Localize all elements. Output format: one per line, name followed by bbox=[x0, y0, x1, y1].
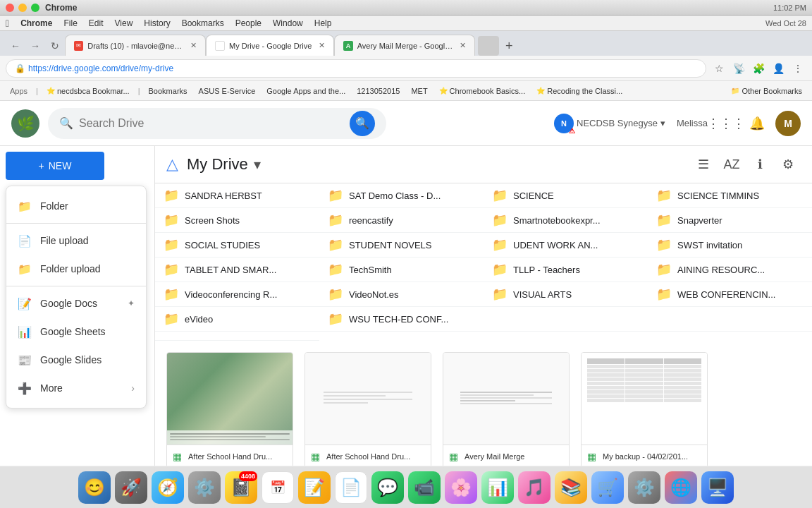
new-tab-button[interactable]: + bbox=[499, 36, 519, 56]
folder-item[interactable]: 📁 SCIENCE bbox=[484, 183, 648, 208]
apps-label[interactable]: Apps bbox=[6, 85, 32, 97]
folder-item[interactable]: 📁 TechSmith bbox=[319, 258, 484, 282]
new-button[interactable]: + NEW bbox=[6, 152, 104, 180]
dock-ibooks[interactable]: 📚 bbox=[555, 471, 587, 504]
sort-button[interactable]: AZ bbox=[719, 152, 744, 177]
menu-apple[interactable]:  bbox=[6, 18, 9, 29]
dock-grid[interactable]: ⚙️ bbox=[188, 471, 221, 504]
dropdown-folder[interactable]: 📁 Folder bbox=[6, 192, 146, 220]
dock-textedit[interactable]: 📄 bbox=[335, 471, 367, 504]
tab-gmail[interactable]: ✉ Drafts (10) - mlavoie@neco... ✕ bbox=[65, 35, 206, 56]
bookmark-id[interactable]: 1213052015 bbox=[352, 85, 404, 97]
settings-icon[interactable]: ⋮ bbox=[789, 60, 806, 77]
folder-item[interactable]: 📁 VideoNot.es bbox=[319, 282, 484, 307]
folder-item[interactable]: 📁 Screen Shots bbox=[155, 208, 319, 233]
menu-history[interactable]: History bbox=[144, 18, 170, 28]
org-selector[interactable]: N NECDSB Synegyse ▾ bbox=[554, 114, 665, 133]
folder-item[interactable]: 📁 VISUAL ARTS bbox=[484, 282, 648, 307]
bookmark-necdsbca[interactable]: ⭐ necdsbca Bookmar... bbox=[42, 85, 134, 97]
folder-item[interactable]: 📁 UDENT WORK AN... bbox=[484, 233, 648, 258]
folder-item[interactable]: 📁 Videoconferencing R... bbox=[155, 282, 319, 307]
menu-people[interactable]: People bbox=[235, 18, 262, 28]
maximize-window-button[interactable] bbox=[31, 4, 39, 12]
bookmark-other[interactable]: 📁 Other Bookmarks bbox=[727, 85, 806, 97]
menu-file[interactable]: File bbox=[63, 18, 77, 28]
tab-drive[interactable]: ▲ My Drive - Google Drive ✕ bbox=[206, 35, 334, 56]
dock-appstore[interactable]: 🛒 bbox=[591, 471, 624, 504]
dropdown-folder-upload[interactable]: 📁 Folder upload bbox=[6, 255, 146, 283]
dropdown-file-upload[interactable]: 📄 File upload bbox=[6, 226, 146, 255]
list-view-button[interactable]: ☰ bbox=[691, 152, 716, 177]
dock-messages[interactable]: 💬 bbox=[371, 471, 404, 504]
folder-item[interactable]: 📁 TLLP - Teachers bbox=[484, 258, 648, 282]
bookmark-met[interactable]: MET bbox=[407, 85, 431, 97]
dock-chrome[interactable]: 🌐 bbox=[665, 471, 697, 504]
dock-itunes[interactable]: 🎵 bbox=[518, 471, 550, 504]
folder-item[interactable]: 📁 Snapverter bbox=[648, 208, 812, 233]
folder-item[interactable]: 📁 SANDRA HERBST bbox=[155, 183, 319, 208]
bookmark-recoding[interactable]: ⭐ Recoding the Classi... bbox=[532, 85, 627, 97]
menu-chrome[interactable]: Chrome bbox=[20, 18, 52, 28]
dock-numbers[interactable]: 📊 bbox=[481, 471, 514, 504]
folder-item[interactable]: 📁 SWST invitation bbox=[648, 233, 812, 258]
dock-finder[interactable]: 😊 bbox=[78, 471, 111, 504]
bookmark-asus[interactable]: ASUS E-Service bbox=[195, 85, 260, 97]
search-input[interactable] bbox=[79, 117, 344, 130]
star-icon[interactable]: ☆ bbox=[710, 60, 727, 77]
tab-avery-close[interactable]: ✕ bbox=[460, 41, 466, 50]
bookmark-gapps[interactable]: Google Apps and the... bbox=[262, 85, 350, 97]
folder-item[interactable]: 📁 STUDENT NOVELS bbox=[319, 233, 484, 258]
apps-grid-button[interactable]: ⋮⋮⋮ bbox=[713, 111, 739, 136]
reload-button[interactable]: ↻ bbox=[45, 36, 65, 56]
dropdown-google-sheets[interactable]: 📊 Google Sheets bbox=[6, 318, 146, 346]
tab-avery[interactable]: A Avery Mail Merge - Google ... ✕ bbox=[334, 35, 475, 56]
dock-photos[interactable]: 🌸 bbox=[445, 471, 477, 504]
minimize-window-button[interactable] bbox=[18, 4, 27, 12]
doc-item-1[interactable]: ▦ After School Hand Dru... bbox=[304, 352, 431, 468]
menu-window[interactable]: Window bbox=[273, 18, 303, 28]
address-bar[interactable]: 🔒 https://drive.google.com/drive/my-driv… bbox=[6, 59, 706, 78]
forward-button[interactable]: → bbox=[25, 36, 45, 56]
folder-item[interactable]: 📁 TABLET AND SMAR... bbox=[155, 258, 319, 282]
folder-item[interactable]: 📁 WSU TECH-ED CONF... bbox=[319, 307, 484, 332]
search-button[interactable]: 🔍 bbox=[350, 111, 375, 136]
folder-item[interactable]: 📁 AINING RESOURC... bbox=[648, 258, 812, 282]
drive-title-chevron[interactable]: ▾ bbox=[254, 156, 261, 173]
doc-item-3[interactable]: ▦ My backup - 04/02/201... bbox=[581, 352, 708, 468]
folder-item[interactable]: 📁 SOCIAL STUDIES bbox=[155, 233, 319, 258]
user-avatar[interactable]: M bbox=[775, 111, 801, 136]
folder-item[interactable]: 📁 SAT Demo Class - D... bbox=[319, 183, 484, 208]
bookmark-bookmarks[interactable]: Bookmarks bbox=[144, 85, 192, 97]
dock-notes[interactable]: 📓 4408 bbox=[225, 471, 257, 504]
menu-bookmarks[interactable]: Bookmarks bbox=[182, 18, 224, 28]
dock-mission[interactable]: 🖥️ bbox=[701, 471, 734, 504]
folder-item[interactable]: 📁 WEB CONFERENCIN... bbox=[648, 282, 812, 307]
back-button[interactable]: ← bbox=[6, 36, 25, 56]
notifications-button[interactable]: 🔔 bbox=[744, 111, 770, 136]
menu-view[interactable]: View bbox=[115, 18, 133, 28]
folder-item[interactable]: 📁 SCIENCE TIMMINS bbox=[648, 183, 812, 208]
doc-item-2[interactable]: ▦ Avery Mail Merge bbox=[443, 352, 570, 468]
extensions-icon[interactable]: 🧩 bbox=[750, 60, 767, 77]
folder-item[interactable]: 📁 reencastify bbox=[319, 208, 484, 233]
dock-facetime[interactable]: 📹 bbox=[408, 471, 441, 504]
dock-calendar[interactable]: 📅 bbox=[262, 471, 294, 504]
doc-item-0[interactable]: ▦ After School Hand Dru... bbox=[166, 352, 293, 468]
tab-gmail-close[interactable]: ✕ bbox=[190, 41, 197, 50]
dropdown-google-slides[interactable]: 📰 Google Slides bbox=[6, 346, 146, 374]
dock-launchpad[interactable]: 🚀 bbox=[115, 471, 147, 504]
dock-stickies[interactable]: 📝 bbox=[298, 471, 331, 504]
search-bar[interactable]: 🔍 🔍 bbox=[48, 108, 386, 139]
dock-safari[interactable]: 🧭 bbox=[152, 471, 184, 504]
settings-view-button[interactable]: ⚙ bbox=[775, 152, 801, 177]
dropdown-more[interactable]: ➕ More › bbox=[6, 374, 146, 402]
folder-item[interactable]: 📁 Smartnotebookexpr... bbox=[484, 208, 648, 233]
bookmark-chromebook[interactable]: ⭐ Chromebook Basics... bbox=[435, 85, 530, 97]
menu-edit[interactable]: Edit bbox=[89, 18, 104, 28]
dock-sysprefs[interactable]: ⚙️ bbox=[628, 471, 660, 504]
folder-item[interactable]: 📁 eVideo bbox=[155, 307, 319, 332]
profile-icon[interactable]: 👤 bbox=[770, 60, 787, 77]
menu-help[interactable]: Help bbox=[314, 18, 332, 28]
dropdown-google-docs[interactable]: 📝 Google Docs ✦ bbox=[6, 289, 146, 318]
drive-logo[interactable]: 🌿 bbox=[11, 109, 39, 138]
